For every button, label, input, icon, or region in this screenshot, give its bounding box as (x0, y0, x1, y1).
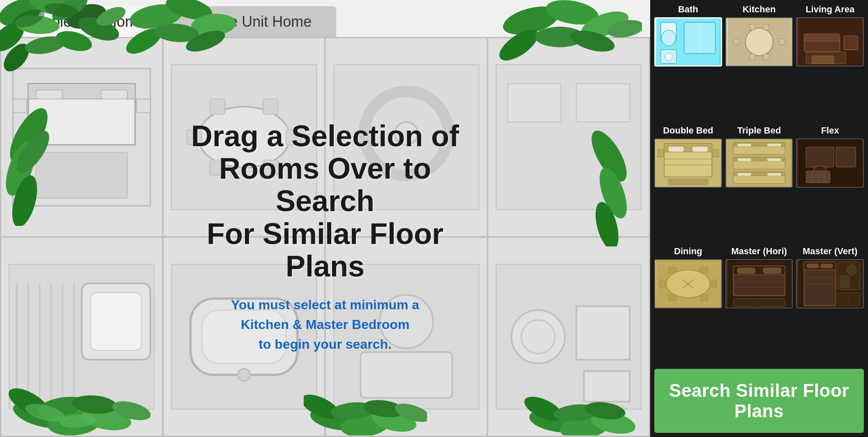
floor-plan-grid: Drag a Selection ofRooms Over to SearchF… (0, 37, 650, 437)
svg-rect-61 (136, 99, 150, 113)
svg-rect-109 (749, 24, 755, 30)
bath-label: Bath (678, 4, 698, 15)
tab-bar: Double Unit Home Single Unit Home (0, 0, 650, 37)
svg-rect-135 (767, 143, 781, 146)
room-category-triple-bed[interactable]: Triple Bed (725, 125, 793, 243)
master-vert-thumbnail[interactable] (796, 259, 864, 308)
svg-rect-128 (658, 149, 664, 157)
svg-rect-179 (840, 276, 850, 288)
svg-rect-70 (286, 129, 301, 145)
kitchen-thumbnail[interactable] (725, 17, 793, 67)
svg-point-90 (238, 369, 250, 381)
svg-point-73 (395, 122, 418, 145)
master-hori-label: Master (Hori) (731, 246, 787, 257)
svg-rect-124 (668, 146, 684, 152)
room-category-master-hori[interactable]: Master (Hori) (725, 246, 793, 364)
svg-point-180 (847, 264, 856, 276)
svg-rect-159 (711, 280, 717, 288)
room-category-flex[interactable]: Flex (796, 125, 864, 243)
svg-rect-68 (263, 160, 278, 175)
bath-thumbnail[interactable] (654, 17, 722, 67)
tab-double-unit[interactable]: Double Unit Home (0, 6, 170, 37)
svg-rect-92 (360, 352, 452, 398)
floor-plan-cell-7[interactable] (326, 237, 487, 436)
svg-point-93 (379, 295, 433, 348)
flex-thumbnail[interactable] (796, 138, 864, 188)
svg-point-64 (198, 107, 290, 168)
svg-rect-111 (749, 54, 755, 60)
floor-plan-cell-1[interactable] (1, 38, 162, 237)
svg-rect-76 (576, 84, 630, 122)
svg-rect-130 (668, 179, 708, 185)
svg-rect-66 (263, 99, 278, 114)
svg-point-106 (665, 53, 672, 61)
tab-single-unit[interactable]: Single Unit Home (172, 6, 336, 37)
svg-rect-166 (763, 268, 781, 274)
floor-plan-area: Double Unit Home Single Unit Home (0, 0, 650, 437)
floor-plan-cell-2[interactable] (163, 38, 325, 237)
kitchen-label: Kitchen (743, 4, 776, 15)
svg-rect-134 (737, 143, 751, 146)
room-category-double-bed[interactable]: Double Bed (654, 125, 722, 243)
svg-rect-98 (584, 371, 630, 402)
svg-rect-75 (508, 84, 561, 122)
svg-rect-138 (737, 158, 751, 161)
svg-rect-154 (668, 267, 676, 274)
room-category-dining[interactable]: Dining (654, 246, 722, 364)
svg-rect-146 (836, 147, 856, 167)
floor-plan-cell-6[interactable] (163, 237, 325, 436)
dining-label: Dining (674, 246, 702, 257)
svg-rect-165 (737, 268, 755, 274)
flex-label: Flex (821, 125, 839, 136)
svg-rect-156 (668, 295, 676, 301)
svg-rect-58 (36, 90, 62, 99)
svg-rect-157 (700, 295, 708, 301)
svg-rect-62 (36, 152, 127, 198)
tab-single-unit-label: Single Unit Home (196, 13, 312, 30)
master-hori-thumbnail[interactable] (725, 259, 793, 308)
master-vert-label: Master (Vert) (803, 246, 857, 257)
room-category-bath[interactable]: Bath (654, 4, 722, 122)
right-panel: Bath (650, 0, 868, 437)
svg-rect-120 (806, 52, 846, 64)
svg-rect-139 (767, 158, 781, 161)
room-category-living[interactable]: Living Area (796, 4, 864, 122)
floor-plan-cell-3[interactable] (326, 38, 487, 237)
double-bed-thumbnail[interactable] (654, 138, 722, 188)
search-similar-floor-plans-button[interactable]: Search Similar Floor Plans (654, 369, 864, 433)
svg-rect-65 (210, 99, 225, 114)
dining-thumbnail[interactable] (654, 259, 722, 308)
svg-rect-110 (763, 24, 769, 30)
svg-rect-117 (804, 34, 840, 41)
living-label: Living Area (806, 4, 854, 15)
floor-plan-cell-4[interactable] (488, 38, 649, 237)
svg-rect-112 (763, 54, 769, 60)
svg-rect-118 (844, 36, 858, 50)
svg-rect-59 (101, 90, 127, 99)
tab-double-unit-label: Double Unit Home (25, 13, 145, 30)
svg-rect-175 (821, 264, 833, 268)
svg-rect-143 (767, 173, 781, 176)
room-category-master-vert[interactable]: Master (Vert) (796, 246, 864, 364)
living-thumbnail[interactable] (796, 17, 864, 67)
triple-bed-thumbnail[interactable] (725, 138, 793, 188)
room-category-grid: Bath (654, 4, 864, 364)
svg-rect-89 (202, 310, 286, 363)
svg-point-95 (511, 310, 565, 363)
floor-plan-cell-5[interactable] (1, 237, 162, 436)
svg-rect-145 (806, 147, 834, 167)
svg-rect-181 (838, 293, 860, 306)
svg-rect-125 (692, 146, 708, 152)
double-bed-label: Double Bed (663, 125, 713, 136)
svg-rect-97 (576, 306, 630, 360)
triple-bed-label: Triple Bed (737, 125, 781, 136)
svg-rect-158 (660, 280, 666, 288)
svg-point-108 (745, 28, 773, 56)
room-category-kitchen[interactable]: Kitchen (725, 4, 793, 122)
svg-rect-67 (210, 160, 225, 175)
svg-rect-114 (779, 39, 785, 45)
floor-plan-cell-8[interactable] (488, 237, 649, 436)
svg-point-101 (662, 30, 676, 46)
svg-rect-60 (13, 99, 26, 113)
svg-rect-129 (713, 149, 719, 157)
